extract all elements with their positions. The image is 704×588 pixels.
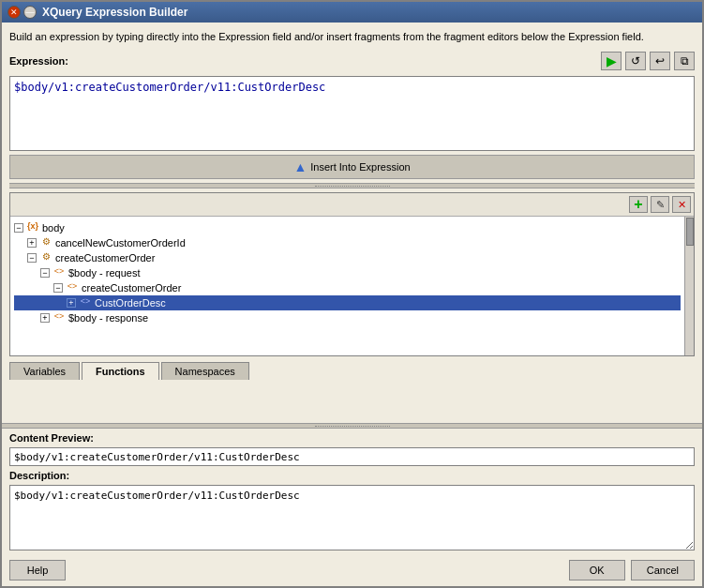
undo-button[interactable]: ↩ — [650, 52, 670, 70]
tab-functions[interactable]: Functions — [82, 362, 159, 380]
delete-fragment-button[interactable]: ✕ — [672, 196, 691, 213]
divider-1 — [9, 183, 695, 188]
expand-body[interactable]: − — [14, 223, 23, 233]
refresh-button[interactable]: ↺ — [625, 52, 646, 70]
expand-cust-order-desc[interactable]: + — [67, 298, 76, 308]
tree-node-body-response[interactable]: + <> $body - response — [14, 310, 681, 325]
fragment-toolbar: + ✎ ✕ — [10, 193, 694, 217]
tree-label-create: createCustomerOrder — [55, 252, 155, 264]
edit-fragment-button[interactable]: ✎ — [651, 196, 669, 213]
run-button[interactable]: ▶ — [601, 52, 622, 70]
description-label: Description: — [9, 470, 695, 481]
bottom-section: Content Preview: Description: — [2, 429, 702, 554]
expand-create-child[interactable]: − — [53, 283, 63, 293]
button-row: Help OK Cancel — [2, 554, 702, 586]
tree-panel: − {x} body + ⚙ cancelNewCustomerOrderId — [10, 217, 694, 355]
tree-node-body-request[interactable]: − <> $body - request — [14, 265, 681, 280]
tab-variables[interactable]: Variables — [9, 362, 80, 380]
expression-toolbar: ▶ ↺ ↩ ⧉ — [601, 52, 695, 70]
expression-label: Expression: — [9, 55, 68, 67]
main-content: Build an expression by typing directly i… — [2, 23, 702, 423]
tree-label-create-child: createCustomerOrder — [82, 282, 181, 294]
tree-label-cust-order-desc: CustOrderDesc — [95, 297, 166, 309]
elem-icon-create-child: <> — [65, 281, 80, 294]
expand-create[interactable]: − — [27, 253, 37, 263]
insert-into-expression-button[interactable]: ▲ Insert Into Expression — [9, 155, 695, 179]
gear-icon-create: ⚙ — [38, 251, 53, 264]
content-preview-label: Content Preview: — [9, 432, 695, 444]
add-fragment-button[interactable]: + — [629, 196, 648, 213]
right-buttons: OK Cancel — [569, 560, 695, 580]
expand-body-response[interactable]: + — [40, 313, 50, 323]
title-bar: ✕ — XQuery Expression Builder — [2, 2, 702, 23]
insert-button-label: Insert Into Expression — [310, 161, 410, 173]
xml-icon-body: {x} — [25, 221, 40, 234]
scroll-thumb[interactable] — [686, 218, 694, 246]
arrow-up-icon: ▲ — [293, 159, 307, 174]
tab-namespaces[interactable]: Namespaces — [161, 362, 249, 380]
tree-label-body: body — [42, 222, 65, 234]
help-button[interactable]: Help — [9, 560, 66, 580]
fragment-panel: + ✎ ✕ − {x} body + ⚙ — [9, 192, 695, 356]
tabs-row: Variables Functions Namespaces — [9, 362, 695, 380]
main-window: ✕ — XQuery Expression Builder Build an e… — [0, 0, 704, 588]
tree-node-cust-order-desc[interactable]: + <> CustOrderDesc — [14, 295, 681, 310]
minimize-button[interactable]: — — [23, 6, 37, 19]
scroll-track[interactable] — [684, 217, 694, 355]
tree-node-body[interactable]: − {x} body — [14, 220, 681, 235]
window-title: XQuery Expression Builder — [42, 6, 697, 19]
tree-label-body-response: $body - response — [68, 312, 148, 324]
elem-icon-body-response: <> — [52, 311, 67, 324]
cancel-button[interactable]: Cancel — [631, 560, 695, 580]
tree-area[interactable]: − {x} body + ⚙ cancelNewCustomerOrderId — [10, 217, 684, 355]
tree-node-create[interactable]: − ⚙ createCustomerOrder — [14, 250, 681, 265]
gear-icon-cancel: ⚙ — [38, 236, 53, 249]
tree-label-cancel: cancelNewCustomerOrderId — [55, 237, 186, 249]
expand-cancel[interactable]: + — [27, 238, 37, 248]
description-area[interactable] — [9, 485, 695, 550]
dotted-line-2 — [315, 426, 390, 427]
tree-node-cancel[interactable]: + ⚙ cancelNewCustomerOrderId — [14, 235, 681, 250]
elem-icon-body-request: <> — [52, 266, 67, 279]
copy-button[interactable]: ⧉ — [674, 52, 695, 70]
tree-label-body-request: $body - request — [68, 267, 140, 279]
content-preview-field[interactable] — [9, 447, 695, 466]
window-controls: ✕ — — [7, 6, 37, 19]
help-description: Build an expression by typing directly i… — [9, 30, 695, 44]
expand-body-request[interactable]: − — [40, 268, 50, 278]
close-button[interactable]: ✕ — [7, 6, 21, 19]
elem-icon-cust-order-desc: <> — [78, 296, 93, 309]
tree-node-create-child[interactable]: − <> createCustomerOrder — [14, 280, 681, 295]
ok-button[interactable]: OK — [569, 560, 625, 580]
dotted-line — [315, 186, 390, 187]
expression-input[interactable] — [9, 76, 695, 151]
